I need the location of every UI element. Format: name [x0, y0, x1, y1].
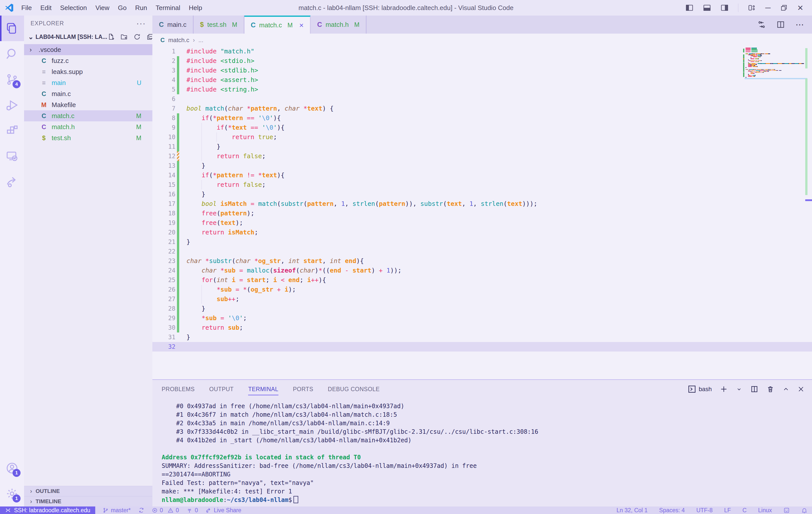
code-line[interactable]: 26*sub = *(og_str + i); [152, 285, 812, 294]
explorer-item-match.h[interactable]: Cmatch.hM [24, 121, 152, 133]
maximize-panel-icon[interactable] [782, 385, 789, 393]
code-line[interactable]: 7bool match(char *pattern, char *text) { [152, 104, 812, 113]
explorer-item-main[interactable]: ≡mainU [24, 77, 152, 88]
new-file-icon[interactable] [107, 33, 115, 40]
code-line[interactable]: 9if(*text == '\0'){ [152, 123, 812, 133]
panel-tab-output[interactable]: OUTPUT [209, 380, 234, 398]
line-number[interactable]: 23 [152, 256, 175, 266]
code-line[interactable]: 23char *substr(char *og_str, int start, … [152, 256, 812, 266]
code-line[interactable]: 2#include <stdio.h> [152, 56, 812, 66]
activitybar-search[interactable] [0, 41, 24, 67]
panel-tab-debug-console[interactable]: DEBUG CONSOLE [328, 380, 380, 398]
menu-item-file[interactable]: File [17, 4, 36, 12]
close-panel-icon[interactable] [798, 385, 805, 393]
explorer-more-actions-icon[interactable]: ··· [136, 19, 146, 28]
git-branch-item[interactable]: master* [103, 507, 130, 514]
minimap[interactable] [746, 48, 805, 85]
line-number[interactable]: 4 [152, 75, 175, 85]
feedback-smiley-icon[interactable] [783, 507, 790, 514]
code-line[interactable]: 13} [152, 161, 812, 171]
breadcrumb-file[interactable]: match.c [168, 37, 189, 44]
explorer-section-header[interactable]: ⌄ LAB04-NLLAM [SSH: LA... [24, 31, 152, 42]
refresh-icon[interactable] [133, 33, 141, 40]
activitybar-accounts[interactable]: 1 [0, 455, 24, 481]
line-number[interactable]: 24 [152, 266, 175, 275]
line-number[interactable]: 28 [152, 304, 175, 313]
tab-match.c[interactable]: Cmatch.cM× [244, 16, 311, 34]
activitybar-source-control[interactable]: 4 [0, 67, 24, 92]
toggle-secondary-sidebar-icon[interactable] [721, 4, 729, 12]
code-line[interactable]: 31} [152, 333, 812, 342]
close-icon[interactable]: × [299, 21, 304, 30]
code-line[interactable]: 21} [152, 237, 812, 247]
line-number[interactable]: 20 [152, 228, 175, 237]
split-terminal-icon[interactable] [750, 385, 758, 393]
live-share-item[interactable]: Live Share [205, 507, 241, 514]
line-number[interactable]: 2 [152, 56, 175, 66]
code-line[interactable]: 28} [152, 304, 812, 313]
ports-item[interactable]: 0 [186, 507, 198, 514]
terminal-dropdown-icon[interactable] [736, 386, 742, 392]
code-line[interactable]: 11} [152, 142, 812, 151]
menu-item-run[interactable]: Run [131, 4, 151, 12]
line-number[interactable]: 5 [152, 85, 175, 94]
activitybar-settings[interactable]: 1 [0, 481, 24, 507]
line-number[interactable]: 26 [152, 285, 175, 294]
restore-button[interactable] [780, 4, 788, 11]
code-line[interactable]: 15return false; [152, 180, 812, 190]
explorer-item-main.c[interactable]: Cmain.c [24, 88, 152, 99]
explorer-item-test.sh[interactable]: $test.shM [24, 133, 152, 143]
activitybar-run-debug[interactable] [0, 92, 24, 118]
close-window-button[interactable]: ✕ [797, 3, 804, 12]
split-editor-icon[interactable] [776, 20, 785, 29]
explorer-item-Makefile[interactable]: MMakefile [24, 99, 152, 110]
activitybar-explorer[interactable] [0, 16, 24, 41]
problems-item[interactable]: 0 0 [152, 507, 179, 514]
code-line[interactable]: 14if(*pattern != *text){ [152, 171, 812, 180]
activitybar-remote-explorer[interactable] [0, 143, 24, 169]
line-number[interactable]: 9 [152, 123, 175, 133]
tab-main.c[interactable]: Cmain.c [152, 16, 194, 34]
code-line[interactable]: 12return false; [152, 151, 812, 161]
line-number[interactable]: 32 [152, 342, 175, 351]
explorer-item-match.c[interactable]: Cmatch.cM [24, 110, 152, 121]
line-number[interactable]: 15 [152, 180, 175, 190]
status-item[interactable]: LF [724, 507, 731, 514]
toggle-primary-sidebar-icon[interactable] [686, 4, 693, 12]
new-terminal-icon[interactable] [720, 385, 728, 393]
breadcrumb-symbol[interactable]: ... [198, 37, 203, 44]
menu-item-selection[interactable]: Selection [56, 4, 91, 12]
explorer-item-leaks.supp[interactable]: ≡leaks.supp [24, 66, 152, 77]
status-item[interactable]: C [742, 507, 747, 514]
line-number[interactable]: 22 [152, 247, 175, 256]
code-line[interactable]: 29*sub = '\0'; [152, 313, 812, 323]
line-number[interactable]: 17 [152, 199, 175, 209]
more-actions-icon[interactable]: ⋯ [795, 20, 805, 30]
code-line[interactable]: 5#include <string.h> [152, 85, 812, 94]
line-number[interactable]: 31 [152, 333, 175, 342]
line-number[interactable]: 7 [152, 104, 175, 113]
line-number[interactable]: 27 [152, 294, 175, 304]
code-line[interactable]: 30return sub; [152, 323, 812, 333]
terminal-shell-selector[interactable]: bash [688, 385, 712, 393]
code-line[interactable]: 4#include <assert.h> [152, 75, 812, 85]
code-editor[interactable]: 1#include "match.h"2#include <stdio.h>3#… [152, 47, 812, 379]
customize-layout-icon[interactable] [748, 4, 756, 12]
toggle-panel-icon[interactable] [703, 4, 711, 12]
line-number[interactable]: 18 [152, 209, 175, 218]
remote-indicator[interactable]: SSH: labradoodle.caltech.edu [0, 507, 95, 514]
line-number[interactable]: 10 [152, 133, 175, 142]
line-number[interactable]: 13 [152, 161, 175, 171]
kill-terminal-icon[interactable] [766, 385, 775, 393]
menu-item-view[interactable]: View [91, 4, 114, 12]
code-line[interactable]: 32 [152, 342, 812, 351]
activitybar-extensions[interactable] [0, 118, 24, 143]
tab-test.sh[interactable]: $test.shM [194, 16, 244, 34]
code-line[interactable]: 3#include <stdlib.h> [152, 66, 812, 75]
menu-item-edit[interactable]: Edit [36, 4, 56, 12]
sidebar-section-timeline[interactable]: › TIMELINE [24, 496, 152, 507]
panel-tab-problems[interactable]: PROBLEMS [162, 380, 195, 398]
panel-tab-ports[interactable]: PORTS [293, 380, 313, 398]
minimize-button[interactable]: ─ [765, 3, 771, 12]
status-item[interactable]: Linux [758, 507, 772, 514]
